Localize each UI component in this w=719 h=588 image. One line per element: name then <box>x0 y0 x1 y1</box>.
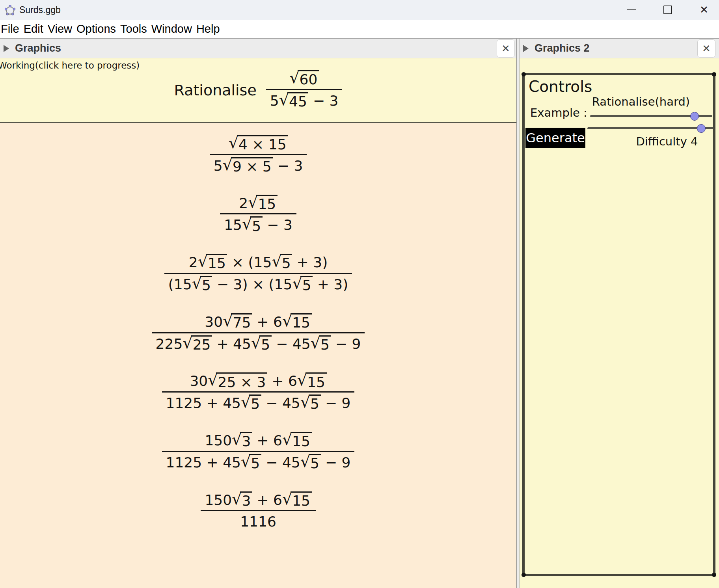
example-slider-thumb[interactable] <box>690 112 699 121</box>
sqrt-radical: √4 × 15 <box>229 135 288 153</box>
working-step-2: 2√1515√5 − 3 <box>220 194 296 235</box>
menu-item-file[interactable]: File <box>1 22 19 35</box>
menu-bar: FileEditViewOptionsToolsWindowHelp <box>0 20 719 38</box>
corner-point <box>712 573 716 577</box>
menu-item-view[interactable]: View <box>48 22 72 35</box>
fraction-denominator: 1125 + 45√5 − 45√5 − 9 <box>162 454 355 472</box>
fraction-bar <box>162 451 355 452</box>
controls-title: Controls <box>529 78 592 95</box>
sqrt-radical: √15 <box>282 491 312 509</box>
graphics-panel-title: Graphics <box>15 42 61 54</box>
maximize-icon <box>663 6 672 14</box>
working-step-6: 150√3 + 6√151125 + 45√5 − 45√5 − 9 <box>162 432 355 472</box>
panel-caret-icon[interactable] <box>523 45 529 52</box>
close-icon: ✕ <box>700 5 709 15</box>
panel-caret-icon[interactable] <box>4 45 9 52</box>
working-step-5: 30√25 × 3 + 6√151125 + 45√5 − 45√5 − 9 <box>162 372 355 413</box>
window-title: Surds.ggb <box>19 5 61 15</box>
sqrt-radical: √5 <box>272 254 292 272</box>
minimize-button[interactable] <box>620 1 643 19</box>
sqrt-radical: √5 <box>192 276 212 294</box>
sqrt-radical: √5 <box>300 454 321 472</box>
sqrt-radical: √9 × 5 <box>223 157 273 175</box>
sqrt-radical: √75 <box>223 313 252 331</box>
fraction-denominator: 1125 + 45√5 − 45√5 − 9 <box>162 394 355 413</box>
math-fraction: √4 × 155√9 × 5 − 3 <box>210 135 307 175</box>
graphics-panel-header: Graphics ✕ <box>0 39 516 58</box>
fraction-numerator: √60 <box>285 70 323 88</box>
working-step-4: 30√75 + 6√15225√25 + 45√5 − 45√5 − 9 <box>152 313 365 354</box>
working-steps: √4 × 155√9 × 5 − 32√1515√5 − 32√15 × (15… <box>0 123 516 588</box>
menu-item-edit[interactable]: Edit <box>24 22 43 35</box>
math-fraction: 150√3 + 6√151125 + 45√5 − 45√5 − 9 <box>162 432 355 472</box>
example-slider-caption: Rationalise(hard) <box>582 95 700 108</box>
close-icon: ✕ <box>501 43 510 55</box>
math-fraction: √605√45 − 3 <box>266 70 343 110</box>
working-progress-note[interactable]: Working(click here to progress) <box>0 60 140 71</box>
question-label: Rationalise <box>174 82 257 99</box>
close-button[interactable]: ✕ <box>692 1 716 19</box>
maximize-button[interactable] <box>656 1 680 19</box>
sqrt-radical: √5 <box>292 276 313 294</box>
menu-item-help[interactable]: Help <box>196 22 220 35</box>
difficulty-label: Difficulty 4 <box>626 135 708 148</box>
geogebra-logo-icon <box>5 5 15 15</box>
sqrt-radical: √15 <box>282 313 312 331</box>
fraction-bar <box>210 154 307 155</box>
fraction-numerator: 2√15 × (15√5 + 3) <box>185 253 332 272</box>
menu-item-tools[interactable]: Tools <box>120 22 147 35</box>
math-fraction: 150√3 + 6√151116 <box>201 491 315 532</box>
difficulty-slider-track[interactable] <box>587 127 713 129</box>
fraction-denominator: 15√5 − 3 <box>220 216 296 234</box>
generate-button[interactable]: Generate <box>525 128 585 148</box>
menu-item-window[interactable]: Window <box>151 22 192 35</box>
graphics-panel: Graphics ✕ Working(click here to progres… <box>0 39 516 588</box>
sqrt-radical: √15 <box>248 195 278 212</box>
fraction-bar <box>266 89 343 90</box>
fraction-numerator: 2√15 <box>235 194 281 213</box>
math-fraction: 30√25 × 3 + 6√151125 + 45√5 − 45√5 − 9 <box>162 372 355 413</box>
question-line: Rationalise √605√45 − 3 <box>174 70 343 110</box>
fraction-bar <box>201 510 315 511</box>
example-label: Example : <box>530 106 587 119</box>
controls-box: Controls Rationalise(hard) Example : Gen… <box>522 73 715 576</box>
difficulty-slider-thumb[interactable] <box>697 124 706 133</box>
sqrt-radical: √45 <box>279 92 309 110</box>
working-step-7: 150√3 + 6√151116 <box>201 491 315 532</box>
graphics2-panel-header: Graphics 2 ✕ <box>520 39 719 58</box>
corner-point <box>522 72 526 76</box>
fraction-denominator: 5√9 × 5 − 3 <box>210 157 307 175</box>
graphics2-panel: Graphics 2 ✕ Controls Rationalise(hard) … <box>520 39 719 588</box>
graphics2-panel-close-button[interactable]: ✕ <box>697 39 715 58</box>
sqrt-radical: √5 <box>241 394 261 412</box>
fraction-bar <box>162 391 355 393</box>
sqrt-radical: √15 <box>297 372 327 390</box>
math-fraction: 2√1515√5 − 3 <box>220 194 296 235</box>
minimize-icon <box>627 9 636 10</box>
question-fraction: √605√45 − 3 <box>266 70 343 110</box>
sqrt-radical: √15 <box>198 254 227 272</box>
sqrt-radical: √5 <box>242 216 263 234</box>
sqrt-radical: √25 <box>183 335 212 353</box>
menu-item-options[interactable]: Options <box>76 22 116 35</box>
main-area: Graphics ✕ Working(click here to progres… <box>0 38 719 588</box>
fraction-numerator: 30√25 × 3 + 6√15 <box>186 372 330 391</box>
fraction-bar <box>152 332 365 333</box>
panel-splitter[interactable] <box>516 39 520 588</box>
fraction-numerator: 150√3 + 6√15 <box>201 432 315 450</box>
fraction-bar <box>220 213 296 214</box>
corner-point <box>712 72 716 76</box>
sqrt-radical: √60 <box>289 70 319 88</box>
graphics-panel-close-button[interactable]: ✕ <box>497 39 515 58</box>
working-step-1: √4 × 155√9 × 5 − 3 <box>210 135 307 175</box>
app-window: Surds.ggb ✕ FileEditViewOptionsToolsWind… <box>0 0 719 588</box>
fraction-numerator: √4 × 15 <box>225 135 292 153</box>
fraction-denominator: 5√45 − 3 <box>266 92 343 110</box>
sqrt-radical: √3 <box>232 491 252 509</box>
sqrt-radical: √15 <box>282 432 312 450</box>
fraction-denominator: (15√5 − 3) × (15√5 + 3) <box>164 275 352 294</box>
sqrt-radical: √25 × 3 <box>208 372 267 390</box>
corner-point <box>522 573 526 577</box>
math-fraction: 2√15 × (15√5 + 3)(15√5 − 3) × (15√5 + 3) <box>164 253 352 294</box>
close-icon: ✕ <box>702 43 711 55</box>
